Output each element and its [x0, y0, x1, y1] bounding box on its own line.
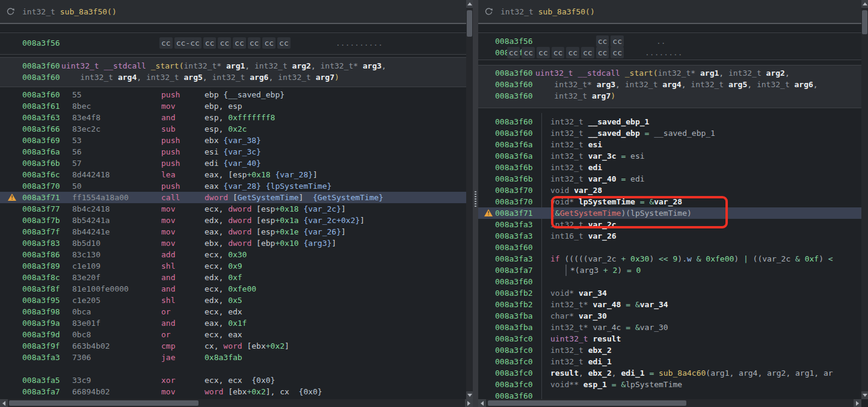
hlil-line[interactable]: 008a3f60int32_t __saved_ebp_1 [478, 116, 861, 127]
token: int32_t [254, 61, 288, 70]
left-scroll-left-button[interactable] [0, 399, 8, 407]
right-vertical-scroll-thumb[interactable] [862, 10, 867, 34]
left-vertical-scrollbar[interactable] [466, 0, 473, 399]
signature-tokens: uint32_t __stdcall _start(int32_t* arg1,… [535, 67, 790, 79]
signature-line[interactable]: 008a3f60 int32_t arg7) [478, 90, 861, 102]
header-function-name[interactable]: sub_8a3f50() [60, 6, 117, 17]
asm-line[interactable]: !008a3f71ff1554a18a00calldword [GetSyste… [0, 192, 466, 203]
asm-line[interactable]: 008a3f778b4c2418movecx, dword [esp+0x18 … [0, 203, 466, 215]
hlil-line[interactable]: 008a3f6bint32_t var_40 = edi [478, 173, 861, 185]
token: eax [205, 182, 223, 191]
asm-line[interactable]: 008a3f980bcaorecx, edx [0, 306, 466, 317]
mnemonic: mov [161, 215, 175, 226]
asm-line[interactable]: 008a3f9a83e01fandeax, 0x1f [0, 317, 466, 329]
asm-line[interactable]: 008a3f89c1e109shlecx, 0x9 [0, 260, 466, 272]
asm-line[interactable]: 008a3f618becmovebp, esp [0, 100, 466, 112]
asm-line[interactable]: 008a3f6b57pushedi {var_40} [0, 158, 466, 169]
asm-line[interactable]: 008a3fa533c9xorecx, ecx {0x0} [0, 375, 466, 386]
hlil-line[interactable]: 008a3fbaint32_t* var_4c = &var_30 [478, 322, 861, 333]
right-horizontal-scrollbar[interactable] [478, 399, 861, 407]
pane-splitter[interactable] [473, 0, 478, 407]
hlil-line[interactable]: 008a3fa3int32_t var_2c [478, 219, 861, 230]
hlil-line[interactable]: 008a3fb2void* var_34 [478, 287, 861, 299]
hlil-code: int32_t edi_1 [550, 356, 612, 367]
hlil-line[interactable]: 008a3fa3int16_t var_26 [478, 230, 861, 242]
right-scroll-left-button[interactable] [478, 399, 486, 407]
asm-line[interactable]: 008a3f9d0bc8orecx, eax [0, 329, 466, 340]
left-vertical-scroll-thumb[interactable] [467, 10, 472, 37]
hlil-line[interactable]: 008a3fc0void** esp_1 = &lpSystemTime [478, 379, 861, 390]
token: ] [341, 204, 346, 213]
signature-line[interactable]: 008a3f60uint32_t __stdcall _start(int32_… [478, 67, 861, 79]
blank-line[interactable]: 008a3f60 [478, 276, 861, 287]
asm-line[interactable]: 008a3fa766894b02movword [ebx+0x2], cx {0… [0, 386, 466, 397]
asm-line[interactable]: 008a3f6055pushebp {__saved_ebp} [0, 89, 466, 100]
token [569, 186, 574, 195]
byte-row[interactable]: 008a3f58cccccccccccccccc........ [478, 47, 861, 58]
refresh-icon[interactable] [484, 7, 493, 16]
hlil-line[interactable]: 008a3fc0uint32_t result [478, 333, 861, 344]
left-scroll-right-button[interactable] [465, 399, 473, 407]
hlil-line[interactable]: 008a3f6aint32_t var_3c = esi [478, 150, 861, 162]
byte-cell: cc [159, 37, 173, 49]
hlil-line[interactable]: 008a3fc0int32_t edi_1 [478, 356, 861, 367]
hlil-line[interactable]: 008a3fb2int32_t* var_48 = &var_34 [478, 299, 861, 310]
signature-line[interactable]: 008a3f60 int32_t* arg3, int32_t arg4, in… [478, 79, 861, 90]
hlil-line[interactable]: 008a3f6aint32_t esi [478, 139, 861, 150]
hlil-line[interactable]: 008a3f60int32_t __saved_ebp = __saved_eb… [478, 127, 861, 139]
right-scroll-down-button[interactable] [861, 391, 868, 399]
hlil-line[interactable]: 008a3fa7*(arg3 + 2) = 0 [478, 265, 861, 276]
signature-line[interactable]: 008a3f60 int32_t arg4, int32_t arg5, int… [0, 72, 466, 83]
asm-line[interactable]: 008a3f6383e4f8andesp, 0xfffffff8 [0, 112, 466, 123]
address: 008a3f56 [22, 37, 60, 49]
hlil-line[interactable]: 008a3f6bint32_t edi [478, 162, 861, 173]
hlil-line[interactable]: 008a3fc0int32_t ebx_2 [478, 344, 861, 356]
token: int32_t [691, 80, 724, 89]
hlil-line[interactable]: 008a3fa3if (((((var_2c + 0x30) << 9).w &… [478, 253, 861, 265]
right-scroll-up-button[interactable] [861, 0, 868, 8]
asm-line[interactable]: 008a3f7f8b44241emoveax, dword [esp+0x1e … [0, 226, 466, 237]
asm-line[interactable]: 008a3f8f81e100fe0000andecx, 0xfe00 [0, 283, 466, 295]
asm-line[interactable]: 008a3f7b8b54241amovedx, dword [esp+0x1a … [0, 215, 466, 226]
left-horizontal-scroll-thumb[interactable] [9, 400, 199, 406]
asm-line[interactable]: 008a3fa37306jae0x8a3fab [0, 352, 466, 363]
asm-line[interactable]: 008a3f9f663b4b02cmpcx, word [ebx+0x2] [0, 340, 466, 352]
token: , [245, 61, 254, 70]
byte-row[interactable]: 008a3f56cccc.. [478, 35, 861, 47]
asm-line[interactable]: 008a3f6c8d442418leaeax, [esp+0x18 {var_2… [0, 169, 466, 180]
right-horizontal-scroll-thumb[interactable] [488, 400, 686, 406]
left-scroll-up-button[interactable] [466, 0, 473, 8]
asm-line[interactable]: 008a3f8683c130addecx, 0x30 [0, 249, 466, 260]
hlil-line[interactable]: 008a3f70void var_28 [478, 185, 861, 196]
right-scroll-right-button[interactable] [854, 399, 861, 407]
token: , [311, 61, 321, 70]
asm-line[interactable]: 008a3f6a56pushesi {var_3c} [0, 146, 466, 158]
byte-cell: cc [218, 37, 231, 49]
token: 0x10 [280, 239, 298, 248]
hlil-code: char* var_30 [550, 310, 607, 322]
token [535, 91, 554, 100]
hlil-line[interactable]: 008a3f71!(&GetSystemTime)(lpSystemTime) [478, 207, 861, 219]
left-byte-row[interactable]: 008a3f56cccc-cccccccccccccc.......... [0, 37, 466, 49]
opcode-bytes: 83e4f8 [72, 112, 100, 123]
header-function-name[interactable]: sub_8a3f50() [538, 6, 595, 17]
asm-line[interactable]: 008a3f95c1e205shledx, 0x5 [0, 295, 466, 306]
refresh-icon[interactable] [6, 7, 15, 16]
token [358, 61, 363, 70]
hlil-line[interactable]: 008a3f70void* lpSystemTime = &var_28 [478, 196, 861, 207]
hlil-line[interactable]: 008a3fbachar* var_30 [478, 310, 861, 322]
asm-line[interactable]: 008a3f838b5d10movebx, dword [ebp+0x10 {a… [0, 237, 466, 249]
asm-line[interactable]: 008a3f8c83e20fandedx, 0xf [0, 272, 466, 283]
right-vertical-scrollbar[interactable] [861, 0, 868, 399]
signature-line[interactable]: 008a3f60uint32_t __stdcall _start(int32_… [0, 60, 466, 72]
left-horizontal-scrollbar[interactable] [0, 399, 473, 407]
asm-line[interactable]: 008a3f6953pushebx {var_38} [0, 135, 466, 146]
blank-line[interactable] [0, 363, 466, 375]
asm-line[interactable]: 008a3f6683ec2csubesp, 0x2c [0, 123, 466, 135]
token: GetSystemTime [560, 209, 621, 218]
hlil-line[interactable]: 008a3fc0result, ebx_2, edi_1 = sub_8a4c6… [478, 367, 861, 379]
byte-row[interactable]: 008a3f56cccc-cccccccccccccc.......... [0, 37, 466, 49]
blank-line[interactable]: 008a3f60 [478, 242, 861, 253]
asm-line[interactable]: 008a3f7050pusheax {var_28} {lpSystemTime… [0, 180, 466, 192]
left-scroll-down-button[interactable] [466, 391, 473, 399]
